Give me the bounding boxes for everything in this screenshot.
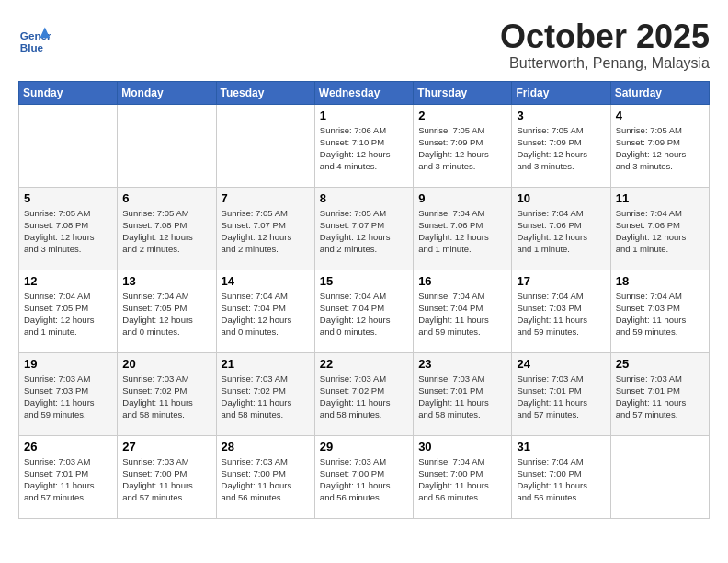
day-number: 24 (517, 357, 605, 371)
day-number: 22 (320, 357, 408, 371)
calendar-cell: 24Sunrise: 7:03 AM Sunset: 7:01 PM Dayli… (512, 352, 610, 435)
day-number: 26 (24, 440, 112, 454)
header-cell-tuesday: Tuesday (216, 81, 314, 104)
day-info: Sunrise: 7:04 AM Sunset: 7:06 PM Dayligh… (418, 207, 506, 256)
calendar-cell: 2Sunrise: 7:05 AM Sunset: 7:09 PM Daylig… (414, 104, 512, 187)
day-number: 7 (222, 191, 310, 205)
month-title: October 2025 (500, 18, 710, 55)
day-info: Sunrise: 7:03 AM Sunset: 7:00 PM Dayligh… (222, 455, 310, 504)
day-number: 14 (222, 274, 310, 288)
day-number: 15 (320, 274, 408, 288)
day-info: Sunrise: 7:04 AM Sunset: 7:04 PM Dayligh… (320, 290, 408, 339)
calendar-cell: 28Sunrise: 7:03 AM Sunset: 7:00 PM Dayli… (216, 435, 314, 518)
calendar-cell: 26Sunrise: 7:03 AM Sunset: 7:01 PM Dayli… (19, 435, 118, 518)
day-number: 21 (222, 357, 310, 371)
calendar-cell: 15Sunrise: 7:04 AM Sunset: 7:04 PM Dayli… (314, 270, 413, 352)
calendar-cell: 11Sunrise: 7:04 AM Sunset: 7:06 PM Dayli… (610, 187, 709, 270)
header-cell-thursday: Thursday (414, 81, 512, 104)
day-number: 8 (320, 191, 408, 205)
calendar-cell: 6Sunrise: 7:05 AM Sunset: 7:08 PM Daylig… (118, 187, 216, 270)
header-row: SundayMondayTuesdayWednesdayThursdayFrid… (19, 81, 710, 104)
calendar-header: SundayMondayTuesdayWednesdayThursdayFrid… (19, 81, 710, 104)
day-number: 18 (616, 274, 704, 288)
day-number: 30 (418, 440, 506, 454)
day-number: 31 (517, 440, 605, 454)
calendar-week-0: 1Sunrise: 7:06 AM Sunset: 7:10 PM Daylig… (19, 104, 710, 187)
calendar-week-3: 19Sunrise: 7:03 AM Sunset: 7:03 PM Dayli… (19, 352, 710, 435)
day-info: Sunrise: 7:04 AM Sunset: 7:00 PM Dayligh… (517, 455, 605, 504)
calendar-cell: 12Sunrise: 7:04 AM Sunset: 7:05 PM Dayli… (19, 270, 118, 352)
logo-icon: General Blue (18, 23, 51, 56)
calendar-cell: 3Sunrise: 7:05 AM Sunset: 7:09 PM Daylig… (512, 104, 610, 187)
calendar-cell (118, 104, 216, 187)
calendar-cell: 16Sunrise: 7:04 AM Sunset: 7:04 PM Dayli… (414, 270, 512, 352)
day-number: 6 (122, 191, 210, 205)
calendar-cell: 21Sunrise: 7:03 AM Sunset: 7:02 PM Dayli… (216, 352, 314, 435)
day-info: Sunrise: 7:05 AM Sunset: 7:09 PM Dayligh… (418, 124, 506, 173)
day-info: Sunrise: 7:04 AM Sunset: 7:06 PM Dayligh… (517, 207, 605, 256)
day-info: Sunrise: 7:04 AM Sunset: 7:03 PM Dayligh… (616, 290, 704, 339)
calendar-cell: 31Sunrise: 7:04 AM Sunset: 7:00 PM Dayli… (512, 435, 610, 518)
day-number: 12 (24, 274, 112, 288)
day-number: 23 (418, 357, 506, 371)
page-header: General Blue October 2025 Butterworth, P… (18, 18, 710, 72)
header-cell-friday: Friday (512, 81, 610, 104)
calendar-week-4: 26Sunrise: 7:03 AM Sunset: 7:01 PM Dayli… (19, 435, 710, 518)
calendar-cell: 25Sunrise: 7:03 AM Sunset: 7:01 PM Dayli… (610, 352, 709, 435)
day-number: 19 (24, 357, 112, 371)
calendar-week-2: 12Sunrise: 7:04 AM Sunset: 7:05 PM Dayli… (19, 270, 710, 352)
calendar-cell: 29Sunrise: 7:03 AM Sunset: 7:00 PM Dayli… (314, 435, 413, 518)
day-number: 27 (122, 440, 210, 454)
day-info: Sunrise: 7:05 AM Sunset: 7:09 PM Dayligh… (616, 124, 704, 173)
day-info: Sunrise: 7:04 AM Sunset: 7:00 PM Dayligh… (418, 455, 506, 504)
calendar-cell: 23Sunrise: 7:03 AM Sunset: 7:01 PM Dayli… (414, 352, 512, 435)
day-info: Sunrise: 7:05 AM Sunset: 7:07 PM Dayligh… (222, 207, 310, 256)
day-info: Sunrise: 7:03 AM Sunset: 7:01 PM Dayligh… (517, 373, 605, 421)
day-info: Sunrise: 7:03 AM Sunset: 7:00 PM Dayligh… (320, 455, 408, 504)
day-info: Sunrise: 7:06 AM Sunset: 7:10 PM Dayligh… (320, 124, 408, 173)
calendar-cell: 4Sunrise: 7:05 AM Sunset: 7:09 PM Daylig… (610, 104, 709, 187)
calendar-cell: 9Sunrise: 7:04 AM Sunset: 7:06 PM Daylig… (414, 187, 512, 270)
calendar-cell: 30Sunrise: 7:04 AM Sunset: 7:00 PM Dayli… (414, 435, 512, 518)
day-info: Sunrise: 7:03 AM Sunset: 7:03 PM Dayligh… (24, 373, 112, 421)
day-number: 10 (517, 191, 605, 205)
day-info: Sunrise: 7:03 AM Sunset: 7:01 PM Dayligh… (616, 373, 704, 421)
day-info: Sunrise: 7:04 AM Sunset: 7:04 PM Dayligh… (418, 290, 506, 339)
calendar-cell (610, 435, 709, 518)
calendar-cell: 1Sunrise: 7:06 AM Sunset: 7:10 PM Daylig… (314, 104, 413, 187)
calendar-cell (216, 104, 314, 187)
calendar-cell: 8Sunrise: 7:05 AM Sunset: 7:07 PM Daylig… (314, 187, 413, 270)
day-number: 5 (24, 191, 112, 205)
header-cell-sunday: Sunday (19, 81, 118, 104)
calendar-cell: 7Sunrise: 7:05 AM Sunset: 7:07 PM Daylig… (216, 187, 314, 270)
day-info: Sunrise: 7:03 AM Sunset: 7:02 PM Dayligh… (122, 373, 210, 421)
calendar-cell: 13Sunrise: 7:04 AM Sunset: 7:05 PM Dayli… (118, 270, 216, 352)
day-number: 17 (517, 274, 605, 288)
day-info: Sunrise: 7:03 AM Sunset: 7:01 PM Dayligh… (24, 455, 112, 504)
calendar-cell: 20Sunrise: 7:03 AM Sunset: 7:02 PM Dayli… (118, 352, 216, 435)
logo: General Blue (18, 23, 55, 56)
day-number: 4 (616, 109, 704, 122)
day-number: 11 (616, 191, 704, 205)
day-number: 28 (222, 440, 310, 454)
svg-text:Blue: Blue (20, 41, 44, 53)
day-info: Sunrise: 7:04 AM Sunset: 7:05 PM Dayligh… (122, 290, 210, 339)
day-info: Sunrise: 7:05 AM Sunset: 7:08 PM Dayligh… (122, 207, 210, 256)
day-number: 16 (418, 274, 506, 288)
calendar-cell (19, 104, 118, 187)
calendar-cell: 5Sunrise: 7:05 AM Sunset: 7:08 PM Daylig… (19, 187, 118, 270)
location-title: Butterworth, Penang, Malaysia (500, 55, 710, 72)
day-number: 20 (122, 357, 210, 371)
calendar-cell: 22Sunrise: 7:03 AM Sunset: 7:02 PM Dayli… (314, 352, 413, 435)
calendar-cell: 19Sunrise: 7:03 AM Sunset: 7:03 PM Dayli… (19, 352, 118, 435)
day-info: Sunrise: 7:04 AM Sunset: 7:04 PM Dayligh… (222, 290, 310, 339)
calendar-cell: 10Sunrise: 7:04 AM Sunset: 7:06 PM Dayli… (512, 187, 610, 270)
day-info: Sunrise: 7:05 AM Sunset: 7:09 PM Dayligh… (517, 124, 605, 173)
day-info: Sunrise: 7:04 AM Sunset: 7:03 PM Dayligh… (517, 290, 605, 339)
calendar-table: SundayMondayTuesdayWednesdayThursdayFrid… (18, 81, 710, 519)
header-cell-wednesday: Wednesday (314, 81, 413, 104)
calendar-cell: 14Sunrise: 7:04 AM Sunset: 7:04 PM Dayli… (216, 270, 314, 352)
day-info: Sunrise: 7:03 AM Sunset: 7:02 PM Dayligh… (320, 373, 408, 421)
header-cell-monday: Monday (118, 81, 216, 104)
title-area: October 2025 Butterworth, Penang, Malays… (500, 18, 710, 72)
